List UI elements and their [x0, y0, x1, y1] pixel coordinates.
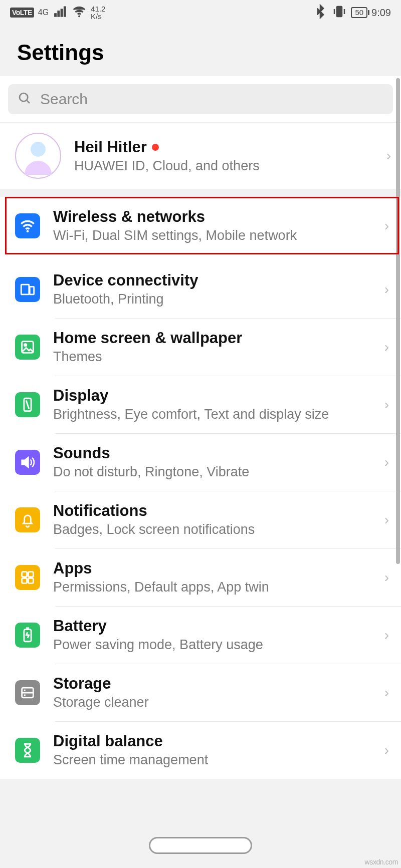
row-display[interactable]: Display Brightness, Eye comfort, Text an…: [0, 376, 401, 433]
chevron-right-icon: ›: [384, 218, 389, 234]
phone-icon: [15, 392, 40, 417]
row-subtitle: Wi-Fi, Dual SIM settings, Mobile network: [53, 228, 371, 243]
svg-point-7: [25, 344, 27, 346]
apps-grid-icon: [15, 565, 40, 590]
row-digital[interactable]: Digital balance Screen time management ›: [0, 721, 401, 779]
devices-icon: [15, 277, 40, 302]
row-battery[interactable]: Battery Power saving mode, Battery usage…: [0, 606, 401, 664]
svg-rect-9: [22, 571, 27, 576]
chevron-right-icon: ›: [384, 454, 389, 470]
chevron-right-icon: ›: [384, 512, 389, 528]
account-name: Heil Hitler: [74, 138, 147, 156]
row-connectivity[interactable]: Device connectivity Bluetooth, Printing …: [0, 260, 401, 318]
row-title: Digital balance: [53, 732, 371, 750]
watermark: wsxdn.com: [365, 858, 398, 866]
svg-rect-10: [28, 571, 33, 576]
row-title: Home screen & wallpaper: [53, 329, 371, 347]
hourglass-icon: [15, 738, 40, 763]
chevron-right-icon: ›: [384, 397, 389, 413]
network-gen: 4G: [38, 9, 49, 17]
signal-icon: [53, 4, 68, 22]
bluetooth-icon: [313, 4, 328, 22]
chevron-right-icon: ›: [384, 627, 389, 643]
row-title: Storage: [53, 675, 371, 693]
search-box[interactable]: [8, 84, 393, 114]
row-sounds[interactable]: Sounds Do not disturb, Ringtone, Vibrate…: [0, 433, 401, 491]
wifi-icon: [15, 213, 40, 238]
row-home[interactable]: Home screen & wallpaper Themes ›: [0, 318, 401, 376]
row-subtitle: Screen time management: [53, 752, 371, 768]
alert-dot-icon: [152, 144, 159, 151]
row-title: Battery: [53, 617, 371, 635]
wifi-icon: [72, 4, 87, 22]
row-title: Apps: [53, 559, 371, 577]
row-title: Sounds: [53, 444, 371, 462]
row-storage[interactable]: Storage Storage cleaner ›: [0, 664, 401, 721]
row-apps[interactable]: Apps Permissions, Default apps, App twin…: [0, 548, 401, 606]
speaker-icon: [15, 450, 40, 475]
row-subtitle: Power saving mode, Battery usage: [53, 637, 371, 653]
chevron-right-icon: ›: [384, 339, 389, 355]
row-title: Wireless & networks: [53, 208, 371, 226]
svg-point-0: [78, 15, 80, 17]
row-subtitle: Bluetooth, Printing: [53, 292, 371, 307]
battery-icon: [15, 623, 40, 648]
settings-group-main: Device connectivity Bluetooth, Printing …: [0, 260, 401, 779]
chevron-right-icon: ›: [384, 569, 389, 586]
chevron-right-icon: ›: [384, 742, 389, 758]
account-subtitle: HUAWEI ID, Cloud, and others: [74, 158, 373, 174]
bell-icon: [15, 507, 40, 532]
row-wireless[interactable]: Wireless & networks Wi-Fi, Dual SIM sett…: [0, 197, 401, 254]
svg-rect-1: [337, 7, 342, 17]
search-input[interactable]: [39, 90, 384, 108]
page-header: Settings: [0, 25, 401, 76]
chevron-right-icon: ›: [386, 148, 391, 164]
chevron-right-icon: ›: [384, 685, 389, 701]
row-subtitle: Permissions, Default apps, App twin: [53, 580, 371, 595]
scrollbar[interactable]: [396, 78, 400, 564]
account-row[interactable]: Heil Hitler HUAWEI ID, Cloud, and others…: [0, 123, 401, 189]
svg-point-3: [27, 230, 29, 232]
svg-rect-12: [28, 578, 33, 583]
row-subtitle: Do not disturb, Ringtone, Vibrate: [53, 464, 371, 480]
data-speed: 41.2 K/s: [91, 5, 105, 20]
page-title: Settings: [17, 40, 384, 65]
row-title: Display: [53, 387, 371, 405]
svg-rect-5: [30, 286, 34, 295]
search-icon: [17, 91, 32, 108]
chevron-right-icon: ›: [384, 281, 389, 298]
row-subtitle: Badges, Lock screen notifications: [53, 522, 371, 537]
row-title: Device connectivity: [53, 271, 371, 290]
row-subtitle: Themes: [53, 349, 371, 365]
search-section: [0, 76, 401, 123]
clock: 9:09: [371, 7, 391, 19]
svg-rect-11: [22, 578, 27, 583]
vibrate-icon: [332, 4, 347, 22]
status-bar: VoLTE 4G 41.2 K/s 50 9:09: [0, 0, 401, 25]
svg-rect-4: [21, 284, 29, 295]
volte-badge: VoLTE: [10, 8, 34, 18]
gesture-bar[interactable]: [149, 837, 252, 854]
row-subtitle: Storage cleaner: [53, 695, 371, 710]
avatar: [15, 133, 61, 179]
row-title: Notifications: [53, 502, 371, 520]
account-section: Heil Hitler HUAWEI ID, Cloud, and others…: [0, 123, 401, 189]
row-subtitle: Brightness, Eye comfort, Text and displa…: [53, 407, 371, 422]
storage-icon: [15, 680, 40, 705]
svg-point-2: [20, 93, 28, 101]
image-icon: [15, 335, 40, 360]
battery-indicator: 50: [351, 7, 367, 18]
settings-group-network: Wireless & networks Wi-Fi, Dual SIM sett…: [0, 197, 401, 254]
row-notifications[interactable]: Notifications Badges, Lock screen notifi…: [0, 491, 401, 548]
